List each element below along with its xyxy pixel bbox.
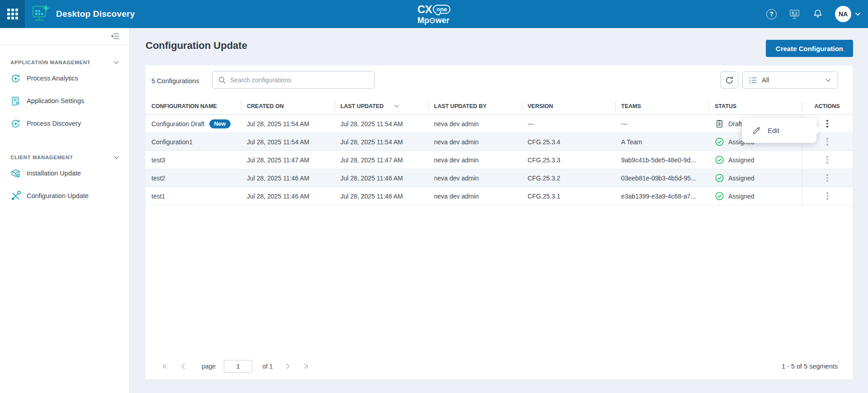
refresh-button[interactable] [720, 71, 738, 89]
filter-dropdown[interactable]: All [742, 71, 838, 89]
page-of-label: of 1 [262, 363, 273, 370]
status-label: Assigned [728, 193, 755, 200]
section-label: APPLICATION MANAGEMENT [10, 60, 90, 65]
process-analytics-icon [10, 73, 21, 84]
edit-pencil-icon [752, 126, 761, 135]
desktop-discovery-logo-icon [31, 4, 50, 24]
config-name: Configuration Draft [151, 120, 205, 128]
sidebar-collapse-icon[interactable] [110, 32, 119, 40]
help-icon[interactable]: ? [766, 9, 777, 19]
created-on: Jul 28, 2025 11:46 AM [241, 187, 335, 205]
sidebar-item-label: Configuration Update [27, 192, 89, 199]
col-last-updated-by[interactable]: LAST UPDATED BY [428, 98, 522, 114]
sidebar-item-application-settings[interactable]: Application Settings [0, 90, 129, 112]
check-circle-icon [715, 191, 724, 201]
top-header: Desktop Discovery CX one Mpwer ? N [0, 0, 868, 28]
config-name: test2 [146, 169, 241, 187]
created-on: Jul 28, 2025 11:46 AM [241, 169, 335, 187]
version: CFG.25.3.4 [522, 133, 615, 151]
kebab-menu-icon[interactable] [823, 189, 832, 203]
app-launcher-button[interactable] [0, 0, 25, 28]
col-created-on[interactable]: CREATED ON [241, 98, 335, 114]
pagination: page of 1 [157, 360, 314, 373]
col-configuration-name[interactable]: CONFIGURATION NAME [146, 98, 241, 114]
avatar-chevron-icon [855, 12, 861, 16]
status-label: Assigned [728, 175, 755, 182]
filter-list-icon [748, 76, 758, 85]
version: CFG.25.3.3 [522, 151, 615, 169]
last-updated: Jul 28, 2025 11:46 AM [335, 187, 428, 205]
next-page-icon[interactable] [279, 363, 297, 369]
kebab-menu-icon[interactable] [823, 117, 832, 130]
table-toolbar: 5 Configurations All [146, 66, 853, 98]
check-circle-icon [715, 173, 724, 183]
presentation-icon[interactable] [788, 8, 801, 20]
create-configuration-button[interactable]: Create Configuration [766, 40, 853, 57]
prev-page-icon[interactable] [175, 363, 192, 369]
user-menu[interactable]: NA [835, 6, 861, 22]
first-page-icon[interactable] [157, 363, 175, 369]
sidebar-item-process-discovery[interactable]: Process Discovery [0, 112, 129, 135]
config-name: test3 [146, 151, 241, 169]
page-number-input[interactable] [224, 360, 252, 373]
last-updated: Jul 28, 2025 11:54 AM [335, 115, 428, 133]
config-name: test1 [146, 187, 241, 205]
row-context-menu: Edit [742, 118, 816, 143]
last-updated-by: neva dev admin [428, 169, 522, 187]
sidebar-section-application-management[interactable]: APPLICATION MANAGEMENT [0, 58, 129, 67]
configuration-update-icon [10, 191, 21, 201]
table-header-row: CONFIGURATION NAME CREATED ON LAST UPDAT… [146, 98, 853, 115]
kebab-menu-icon[interactable] [823, 135, 832, 148]
last-page-icon[interactable] [297, 363, 314, 369]
section-label: CLIENT MANAGEMENT [10, 155, 73, 160]
sidebar-item-installation-update[interactable]: Installation Update [0, 162, 129, 185]
check-circle-icon [715, 155, 724, 165]
last-updated: Jul 28, 2025 11:54 AM [335, 133, 428, 151]
sidebar: APPLICATION MANAGEMENT Process Analytics… [0, 28, 130, 393]
last-updated: Jul 28, 2025 11:47 AM [335, 151, 428, 169]
sidebar-item-label: Application Settings [27, 97, 84, 104]
config-name: Configuration1 [146, 133, 241, 151]
sidebar-item-configuration-update[interactable]: Configuration Update [0, 185, 129, 207]
table-row[interactable]: test3 Jul 28, 2025 11:47 AM Jul 28, 2025… [146, 151, 853, 169]
table-row[interactable]: test1 Jul 28, 2025 11:46 AM Jul 28, 2025… [146, 187, 853, 205]
created-on: Jul 28, 2025 11:47 AM [241, 151, 335, 169]
process-discovery-icon [10, 118, 21, 129]
configurations-table: CONFIGURATION NAME CREATED ON LAST UPDAT… [146, 98, 853, 205]
sort-chevron-icon [394, 104, 400, 108]
sidebar-item-process-analytics[interactable]: Process Analytics [0, 67, 129, 90]
main-content: Configuration Update Create Configuratio… [130, 28, 868, 393]
configurations-count: 5 Configurations [151, 77, 199, 85]
table-row[interactable]: test2 Jul 28, 2025 11:46 AM Jul 28, 2025… [146, 169, 853, 187]
col-teams[interactable]: TEAMS [615, 98, 709, 114]
chevron-down-icon [113, 61, 119, 65]
teams: A Team [615, 133, 709, 151]
sidebar-item-label: Process Discovery [27, 120, 81, 127]
last-updated-by: neva dev admin [428, 151, 522, 169]
app-launcher-grid-icon [7, 9, 18, 19]
sidebar-item-label: Installation Update [27, 170, 81, 177]
col-last-updated[interactable]: LAST UPDATED [335, 98, 428, 114]
search-icon [218, 76, 226, 84]
notifications-bell-icon[interactable] [812, 8, 823, 20]
brand-one-bubble: one [433, 5, 451, 14]
application-settings-icon [10, 96, 21, 106]
created-on: Jul 28, 2025 11:54 AM [241, 133, 335, 151]
status-label: Assigned [728, 156, 755, 164]
filter-selected-value: All [762, 76, 825, 84]
table-footer: page of 1 1 - 5 of 5 segments [146, 355, 853, 377]
version: --- [522, 115, 615, 133]
sidebar-section-client-management[interactable]: CLIENT MANAGEMENT [0, 153, 129, 162]
search-input[interactable] [230, 76, 374, 84]
col-version[interactable]: VERSION [522, 98, 615, 114]
last-updated-by: neva dev admin [428, 115, 522, 133]
last-updated-by: neva dev admin [428, 187, 522, 205]
check-circle-icon [715, 137, 724, 147]
page-label: page [202, 363, 216, 370]
context-menu-edit[interactable]: Edit [768, 127, 779, 134]
col-status[interactable]: STATUS [709, 98, 802, 114]
sidebar-item-label: Process Analytics [27, 75, 78, 82]
new-badge: New [209, 119, 231, 128]
kebab-menu-icon[interactable] [823, 171, 832, 185]
kebab-menu-icon[interactable] [823, 153, 832, 166]
